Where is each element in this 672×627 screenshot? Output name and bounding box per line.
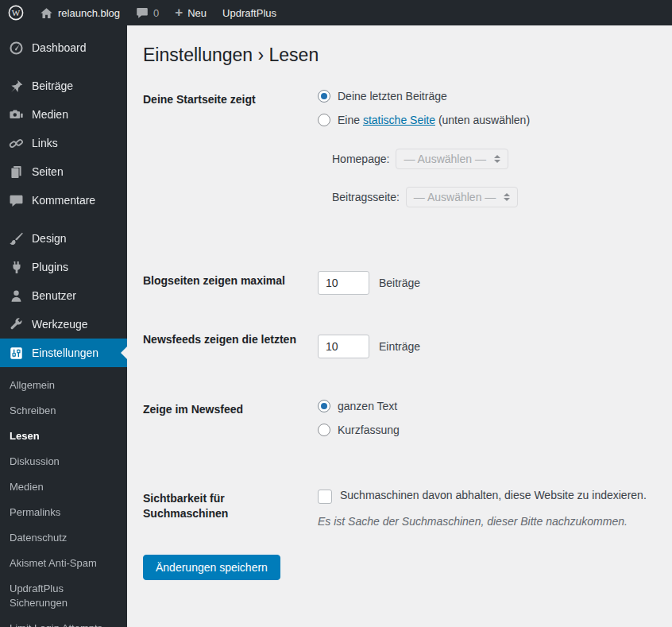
sidebar-item-medien[interactable]: Medien [0, 100, 127, 129]
front-page-setting-row: Deine Startseite zeigt Deine letzten Bei… [143, 90, 656, 225]
radio-latest-posts-label: Deine letzten Beiträge [338, 90, 447, 103]
menu-separator [0, 62, 127, 72]
save-changes-button[interactable]: Änderungen speichern [143, 555, 280, 580]
search-visibility-label: Sichtbarkeit für Suchmaschinen [143, 489, 318, 528]
static-page-selects: Homepage: — Auswählen — Beitragsseite: —… [332, 149, 656, 207]
plugin-icon [8, 259, 24, 275]
homepage-select[interactable]: — Auswählen — [396, 149, 508, 169]
posts-page-select-row: Beitragsseite: — Auswählen — [332, 187, 656, 207]
submenu-item-permalinks[interactable]: Permalinks [0, 500, 127, 525]
sidebar-item-benutzer[interactable]: Benutzer [0, 281, 127, 310]
site-name-menu[interactable]: relaunch.blog [32, 0, 128, 25]
updraftplus-label: UpdraftPlus [222, 7, 276, 19]
select-arrows-icon [504, 193, 510, 201]
static-page-link[interactable]: statische Seite [363, 114, 435, 126]
submenu-item-updraftplus[interactable]: UpdraftPlus Sicherungen [0, 576, 103, 616]
front-page-label: Deine Startseite zeigt [143, 90, 318, 225]
sidebar-item-einstellungen[interactable]: Einstellungen [0, 339, 127, 367]
sidebar-item-label: Benutzer [32, 288, 76, 303]
feed-content-setting-row: Zeige im Newsfeed ganzen Text Kurzfassun… [143, 400, 656, 447]
radio-full-text[interactable]: ganzen Text [318, 400, 656, 412]
link-icon [8, 135, 24, 151]
feed-items-input[interactable] [318, 335, 369, 358]
comments-icon [8, 192, 24, 208]
submenu-item-lesen[interactable]: Lesen [0, 424, 127, 449]
sidebar-item-seiten[interactable]: Seiten [0, 157, 127, 186]
updraftplus-menu[interactable]: UpdraftPlus [214, 0, 284, 25]
submenu-item-datenschutz[interactable]: Datenschutz [0, 525, 127, 551]
blog-pages-label: Blogseiten zeigen maximal [143, 271, 318, 295]
submenu-item-diskussion[interactable]: Diskussion [0, 449, 127, 474]
new-content-menu[interactable]: + Neu [167, 0, 214, 25]
blog-pages-input[interactable] [318, 271, 369, 295]
home-icon [40, 6, 53, 20]
search-engine-checkbox[interactable] [318, 490, 332, 504]
sidebar-item-label: Einstellungen [32, 346, 98, 360]
wrench-icon [8, 316, 24, 332]
sidebar-item-links[interactable]: Links [0, 129, 127, 157]
radio-summary-label: Kurzfassung [338, 424, 400, 436]
feed-items-suffix: Einträge [379, 340, 420, 353]
sidebar-item-werkzeuge[interactable]: Werkzeuge [0, 310, 127, 339]
feed-items-setting-row: Newsfeeds zeigen die letzten Einträge [143, 330, 656, 358]
submenu-item-schreiben[interactable]: Schreiben [0, 398, 127, 424]
search-visibility-note: Es ist Sache der Suchmaschinen, dieser B… [318, 515, 656, 528]
static-page-text-pre: Eine [338, 114, 360, 126]
admin-sidebar: Dashboard Beiträge Medien Links Se [0, 25, 127, 627]
radio-static-page-control[interactable] [318, 114, 330, 126]
search-engine-checkbox-row[interactable]: Suchmaschinen davon abhalten, diese Webs… [318, 489, 656, 504]
settings-submenu: Allgemein Schreiben Lesen Diskussion Med… [0, 367, 127, 627]
main-content: Einstellungen › Lesen Deine Startseite z… [127, 25, 672, 596]
posts-page-label: Beitragsseite: [332, 191, 400, 203]
homepage-label: Homepage: [332, 153, 389, 165]
submenu-item-akismet[interactable]: Akismet Anti-Spam [0, 551, 127, 576]
sidebar-item-label: Werkzeuge [32, 317, 88, 331]
new-label: Neu [187, 7, 207, 19]
feed-content-label: Zeige im Newsfeed [143, 400, 318, 447]
sidebar-item-label: Seiten [32, 164, 64, 179]
sidebar-item-plugins[interactable]: Plugins [0, 253, 127, 281]
pushpin-icon [8, 78, 24, 94]
radio-static-page[interactable]: Eine statische Seite (unten auswählen) [318, 114, 656, 126]
sidebar-item-beitraege[interactable]: Beiträge [0, 72, 127, 100]
site-name: relaunch.blog [58, 7, 120, 19]
sidebar-item-design[interactable]: Design [0, 224, 127, 253]
posts-page-select-value: — Auswählen — [414, 191, 496, 203]
sidebar-item-label: Plugins [32, 260, 68, 274]
sidebar-item-label: Links [32, 136, 58, 150]
submenu-item-limit-login[interactable]: Limit Login Attempts [0, 616, 127, 627]
sidebar-item-label: Kommentare [32, 193, 95, 207]
radio-summary[interactable]: Kurzfassung [318, 424, 656, 436]
wordpress-logo-icon: W [8, 5, 24, 21]
radio-latest-posts-control[interactable] [318, 90, 330, 103]
feed-items-label: Newsfeeds zeigen die letzten [143, 330, 318, 358]
select-arrows-icon [494, 155, 500, 163]
posts-page-select[interactable]: — Auswählen — [406, 187, 519, 207]
wordpress-logo-menu[interactable]: W [0, 0, 32, 25]
submenu-item-allgemein[interactable]: Allgemein [0, 373, 127, 398]
pages-icon [8, 164, 24, 180]
sidebar-item-label: Design [32, 231, 67, 246]
radio-latest-posts[interactable]: Deine letzten Beiträge [318, 90, 656, 103]
plus-icon: + [175, 6, 183, 19]
comments-menu[interactable]: 0 [128, 0, 167, 25]
user-icon [8, 288, 24, 304]
homepage-select-value: — Auswählen — [404, 153, 486, 165]
static-page-text-post: (unten auswählen) [438, 114, 530, 126]
submenu-item-medien[interactable]: Medien [0, 474, 127, 500]
page-title: Einstellungen › Lesen [143, 44, 656, 68]
sidebar-item-label: Medien [32, 107, 68, 122]
svg-text:W: W [12, 8, 21, 17]
blog-pages-suffix: Beiträge [379, 277, 420, 289]
settings-icon [8, 345, 24, 361]
radio-full-text-control[interactable] [318, 400, 330, 412]
homepage-select-row: Homepage: — Auswählen — [332, 149, 656, 169]
paintbrush-icon [8, 230, 24, 246]
comment-bubble-icon [136, 6, 149, 19]
radio-static-page-label: Eine statische Seite (unten auswählen) [338, 114, 530, 126]
admin-bar: W relaunch.blog 0 + Neu UpdraftPlus [0, 0, 672, 25]
sidebar-item-dashboard[interactable]: Dashboard [0, 33, 127, 62]
sidebar-item-kommentare[interactable]: Kommentare [0, 186, 127, 215]
radio-summary-control[interactable] [318, 424, 330, 436]
admin-menu: Dashboard Beiträge Medien Links Se [0, 25, 127, 627]
